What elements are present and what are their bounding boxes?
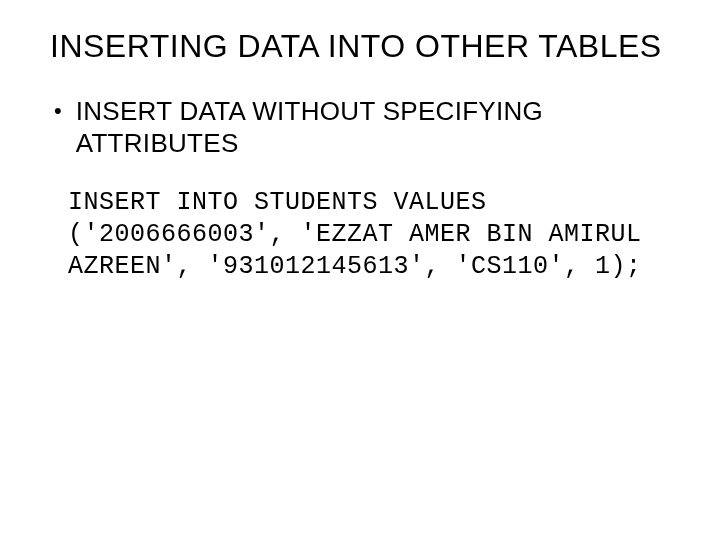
slide-title: INSERTING DATA INTO OTHER TABLES	[50, 28, 680, 65]
bullet-dot-icon: •	[54, 95, 62, 127]
bullet-text: INSERT DATA WITHOUT SPECIFYING ATTRIBUTE…	[76, 95, 680, 159]
bullet-item: • INSERT DATA WITHOUT SPECIFYING ATTRIBU…	[50, 95, 680, 159]
slide: INSERTING DATA INTO OTHER TABLES • INSER…	[0, 0, 720, 540]
sql-code-block: INSERT INTO STUDENTS VALUES ('2006666003…	[68, 187, 670, 283]
